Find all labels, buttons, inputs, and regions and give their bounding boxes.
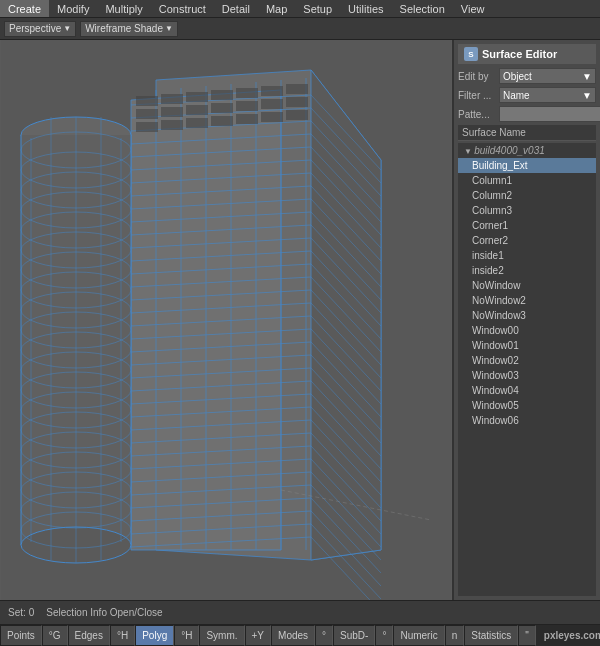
svg-rect-125 <box>136 122 158 132</box>
svg-rect-131 <box>286 110 308 120</box>
edit-by-row: Edit by Object ▼ <box>458 68 596 84</box>
svg-rect-120 <box>186 105 208 115</box>
surface-list-item[interactable]: NoWindow <box>458 278 596 293</box>
svg-rect-115 <box>236 88 258 98</box>
surface-list-item[interactable]: Window05 <box>458 398 596 413</box>
filter-row: Filter ... Name ▼ <box>458 87 596 103</box>
bt-numeric[interactable]: Numeric <box>393 625 444 646</box>
svg-rect-130 <box>261 112 283 122</box>
svg-rect-111 <box>136 96 158 106</box>
building-wireframe <box>0 40 452 600</box>
bt-subd-deg[interactable]: ° <box>375 625 393 646</box>
set-label: Set: <box>8 607 26 618</box>
svg-rect-119 <box>161 107 183 117</box>
surface-list-item[interactable]: Corner1 <box>458 218 596 233</box>
set-status: Set: 0 <box>8 607 34 618</box>
svg-rect-116 <box>261 86 283 96</box>
surface-list-item[interactable]: Window00 <box>458 323 596 338</box>
surface-list-item[interactable]: Building_Ext <box>458 158 596 173</box>
bt-points-g[interactable]: °G <box>42 625 68 646</box>
svg-rect-117 <box>286 84 308 94</box>
shading-dropdown[interactable]: Wireframe Shade ▼ <box>80 21 178 37</box>
surface-list-header: Surface Name <box>458 125 596 141</box>
svg-rect-122 <box>236 101 258 111</box>
surface-list-item[interactable]: Window04 <box>458 383 596 398</box>
menu-construct[interactable]: Construct <box>151 0 214 17</box>
filter-arrow-icon: ▼ <box>582 90 592 101</box>
surface-list-item[interactable]: Window01 <box>458 338 596 353</box>
bottom-toolbar: Points °G Edges °H Polyg °H Symm. +Y Mod… <box>0 624 600 646</box>
shading-arrow-icon: ▼ <box>165 24 173 33</box>
bt-statistics[interactable]: Statistics <box>464 625 518 646</box>
surface-list-item[interactable]: Window02 <box>458 353 596 368</box>
svg-rect-124 <box>286 97 308 107</box>
menu-selection[interactable]: Selection <box>392 0 453 17</box>
main-content: S Surface Editor Edit by Object ▼ Filter… <box>0 40 600 600</box>
surface-list-item[interactable]: Corner2 <box>458 233 596 248</box>
menu-setup[interactable]: Setup <box>295 0 340 17</box>
svg-rect-118 <box>136 109 158 119</box>
menu-utilities[interactable]: Utilities <box>340 0 391 17</box>
surface-editor-title: S Surface Editor <box>458 44 596 64</box>
surface-list-item[interactable]: Column1 <box>458 173 596 188</box>
perspective-arrow-icon: ▼ <box>63 24 71 33</box>
pattern-input[interactable] <box>499 106 600 122</box>
edit-by-label: Edit by <box>458 71 496 82</box>
svg-rect-114 <box>211 90 233 100</box>
edit-by-arrow-icon: ▼ <box>582 71 592 82</box>
surface-list-item[interactable]: Window03 <box>458 368 596 383</box>
surface-editor-icon: S <box>464 47 478 61</box>
toolbar: Perspective ▼ Wireframe Shade ▼ <box>0 18 600 40</box>
bt-points[interactable]: Points <box>0 625 42 646</box>
svg-rect-128 <box>211 116 233 126</box>
surface-list-item[interactable]: inside1 <box>458 248 596 263</box>
svg-rect-127 <box>186 118 208 128</box>
svg-rect-121 <box>211 103 233 113</box>
pattern-row: Patte... <box>458 106 596 122</box>
surface-list-item[interactable]: build4000_v031 <box>458 143 596 158</box>
menu-map[interactable]: Map <box>258 0 295 17</box>
svg-rect-126 <box>161 120 183 130</box>
surface-list-item[interactable]: NoWindow2 <box>458 293 596 308</box>
surface-list-item[interactable]: Window06 <box>458 413 596 428</box>
bt-symm-y[interactable]: +Y <box>245 625 272 646</box>
filter-label: Filter ... <box>458 90 496 101</box>
surface-list-item[interactable]: Column2 <box>458 188 596 203</box>
viewport[interactable] <box>0 40 452 600</box>
selection-info[interactable]: Selection Info Open/Close <box>46 607 162 618</box>
pxleyes-logo: pxleyes.com <box>536 625 600 646</box>
menu-create[interactable]: Create <box>0 0 49 17</box>
bt-statistics-q[interactable]: " <box>518 625 536 646</box>
svg-rect-113 <box>186 92 208 102</box>
surface-list-item[interactable]: inside2 <box>458 263 596 278</box>
svg-rect-112 <box>161 94 183 104</box>
bt-edges[interactable]: Edges <box>68 625 110 646</box>
surface-list-item[interactable]: NoWindow3 <box>458 308 596 323</box>
menu-bar: Create Modify Multiply Construct Detail … <box>0 0 600 18</box>
bt-polyg-h[interactable]: °H <box>174 625 199 646</box>
surface-list-item[interactable]: Column3 <box>458 203 596 218</box>
bt-numeric-n[interactable]: n <box>445 625 465 646</box>
menu-modify[interactable]: Modify <box>49 0 97 17</box>
menu-view[interactable]: View <box>453 0 493 17</box>
bt-modes[interactable]: Modes <box>271 625 315 646</box>
menu-detail[interactable]: Detail <box>214 0 258 17</box>
bt-subd[interactable]: SubD- <box>333 625 375 646</box>
bt-edges-h[interactable]: °H <box>110 625 135 646</box>
filter-dropdown[interactable]: Name ▼ <box>499 87 596 103</box>
surface-list[interactable]: build4000_v031Building_ExtColumn1Column2… <box>458 143 596 596</box>
surface-editor-panel: S Surface Editor Edit by Object ▼ Filter… <box>452 40 600 600</box>
menu-multiply[interactable]: Multiply <box>97 0 150 17</box>
perspective-dropdown[interactable]: Perspective ▼ <box>4 21 76 37</box>
pattern-label: Patte... <box>458 109 496 120</box>
bt-modes-deg[interactable]: ° <box>315 625 333 646</box>
svg-rect-129 <box>236 114 258 124</box>
set-value: 0 <box>29 607 35 618</box>
bt-symm[interactable]: Symm. <box>199 625 244 646</box>
edit-by-dropdown[interactable]: Object ▼ <box>499 68 596 84</box>
svg-rect-123 <box>261 99 283 109</box>
status-bar: Set: 0 Selection Info Open/Close <box>0 600 600 624</box>
bt-polyg[interactable]: Polyg <box>135 625 174 646</box>
